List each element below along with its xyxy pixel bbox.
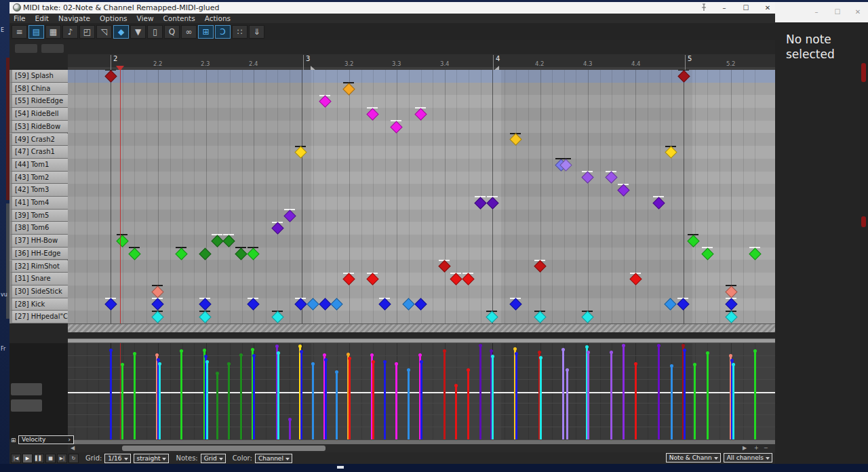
velocity-stem[interactable] <box>420 361 422 439</box>
step-input-icon[interactable]: ∷ <box>232 25 248 39</box>
menu-item-options[interactable]: Options <box>100 14 127 22</box>
velocity-stem-head[interactable] <box>277 351 280 355</box>
quantize-icon[interactable]: Q <box>164 25 180 39</box>
edit-mode-dropdown[interactable]: Note & Chann <box>666 453 721 463</box>
inactive-button[interactable] <box>41 44 64 53</box>
note-diamond[interactable] <box>486 311 498 323</box>
velocity-stem-head[interactable] <box>513 347 517 351</box>
velocity-stem[interactable] <box>325 359 327 439</box>
velocity-stem-head[interactable] <box>479 344 482 347</box>
note-row-label[interactable]: [58] China <box>9 83 68 96</box>
velocity-stem[interactable] <box>216 373 218 439</box>
grid-size-dropdown[interactable]: 1/16 <box>104 454 130 463</box>
velocity-stem-head[interactable] <box>420 360 423 363</box>
velocity-stem[interactable] <box>395 363 397 439</box>
velocity-stem[interactable] <box>121 364 123 439</box>
inactive-button[interactable] <box>11 383 42 395</box>
menu-item-file[interactable]: File <box>14 14 26 22</box>
velocity-stem-head[interactable] <box>538 351 541 354</box>
note-row-label[interactable]: [53] RideBow <box>9 121 68 134</box>
side-window-title-bar[interactable]: – ☐ ✕ <box>775 2 868 22</box>
velocity-stem-head[interactable] <box>490 349 493 353</box>
velocity-stem-head[interactable] <box>204 355 208 358</box>
note-row-label[interactable]: [30] SideStick <box>9 286 68 298</box>
velocity-stem[interactable] <box>610 352 612 439</box>
velocity-stem-head[interactable] <box>155 353 159 357</box>
filter-events-icon[interactable]: ▼ <box>130 25 146 39</box>
note-row-label[interactable]: [36] HH-Edge <box>9 248 68 260</box>
note-diamond[interactable] <box>378 298 391 311</box>
insert-note-icon[interactable]: ◰ <box>79 25 95 39</box>
velocity-stem-head[interactable] <box>566 368 569 372</box>
velocity-stem[interactable] <box>732 364 734 439</box>
go-start-button[interactable]: |◀ <box>11 454 21 463</box>
velocity-stem-head[interactable] <box>216 372 219 375</box>
cc-lane-divider[interactable] <box>68 338 776 343</box>
velocity-stem-head[interactable] <box>347 353 350 356</box>
velocity-stem[interactable] <box>277 353 279 439</box>
velocity-stem[interactable] <box>694 364 696 439</box>
note-diamond[interactable] <box>474 197 486 209</box>
velocity-stem-head[interactable] <box>753 349 757 353</box>
velocity-stem-head[interactable] <box>180 349 183 353</box>
note-length-dropdown[interactable]: Grid <box>201 454 226 463</box>
note-row-label[interactable]: [55] RideEdge <box>9 95 68 108</box>
velocity-stem-head[interactable] <box>732 363 735 366</box>
velocity-stem-head[interactable] <box>324 358 328 361</box>
velocity-stem[interactable] <box>312 363 314 439</box>
minimize-button[interactable]: – <box>715 2 734 14</box>
channel-filter-dropdown[interactable]: All channels <box>724 453 772 463</box>
color-mode-dropdown[interactable]: Channel <box>255 454 292 463</box>
note-diamond[interactable] <box>438 260 450 273</box>
event-properties-icon[interactable]: ▯ <box>147 25 163 39</box>
inactive-button[interactable] <box>15 44 37 53</box>
note-diamond[interactable] <box>414 298 427 311</box>
hzoom-out-icon[interactable]: − <box>764 445 768 451</box>
velocity-stem[interactable] <box>228 363 230 439</box>
maximize-button[interactable]: ☐ <box>828 6 847 18</box>
velocity-stem-head[interactable] <box>157 358 160 361</box>
velocity-stem[interactable] <box>180 351 182 439</box>
inactive-button[interactable] <box>11 399 42 412</box>
velocity-stem-head[interactable] <box>370 353 374 357</box>
velocity-stem[interactable] <box>455 385 457 439</box>
view-piano-roll-icon[interactable]: ▤ <box>28 25 44 39</box>
note-diamond[interactable] <box>342 83 355 95</box>
velocity-stem-head[interactable] <box>109 349 113 352</box>
note-diamond[interactable] <box>462 273 474 285</box>
note-row-label[interactable]: [38] Tom6 <box>9 222 68 235</box>
pin-icon[interactable] <box>700 3 708 12</box>
velocity-stem[interactable] <box>240 355 242 439</box>
velocity-stem[interactable] <box>159 363 161 439</box>
velocity-stem-head[interactable] <box>383 360 387 363</box>
velocity-stem-head[interactable] <box>585 345 589 349</box>
velocity-stem-head[interactable] <box>227 362 231 366</box>
velocity-stem-head[interactable] <box>657 344 660 347</box>
velocity-stem[interactable] <box>110 350 112 439</box>
velocity-stem-head[interactable] <box>561 348 565 351</box>
grid-snap-icon[interactable]: ⊞ <box>198 25 214 39</box>
note-diamond[interactable] <box>330 298 342 311</box>
note-row-label[interactable]: [44] Tom1 <box>9 159 68 172</box>
velocity-stem-head[interactable] <box>372 360 375 363</box>
velocity-stem[interactable] <box>134 353 136 439</box>
note-row-label[interactable]: [59] Splash <box>9 70 68 83</box>
velocity-stem[interactable] <box>623 345 625 439</box>
velocity-stem-head[interactable] <box>622 344 625 347</box>
velocity-stem[interactable] <box>562 349 564 439</box>
note-row-label[interactable]: [31] Snare <box>9 273 68 286</box>
velocity-stem-head[interactable] <box>288 418 292 421</box>
note-diamond[interactable] <box>450 273 462 285</box>
velocity-stem[interactable] <box>671 366 673 439</box>
note-row-label[interactable]: [54] RideBell <box>9 108 68 121</box>
note-diamond[interactable] <box>725 311 737 323</box>
velocity-stem[interactable] <box>658 345 660 439</box>
drum-mode-icon[interactable]: ◆ <box>113 25 129 39</box>
velocity-stem-head[interactable] <box>683 349 686 352</box>
swing-dropdown[interactable]: straight <box>134 454 170 463</box>
velocity-stem[interactable] <box>635 363 637 439</box>
velocity-stem[interactable] <box>754 351 756 439</box>
velocity-stem[interactable] <box>479 345 481 439</box>
menu-item-view[interactable]: View <box>137 14 154 22</box>
humanize-icon[interactable]: ∞ <box>181 25 197 39</box>
